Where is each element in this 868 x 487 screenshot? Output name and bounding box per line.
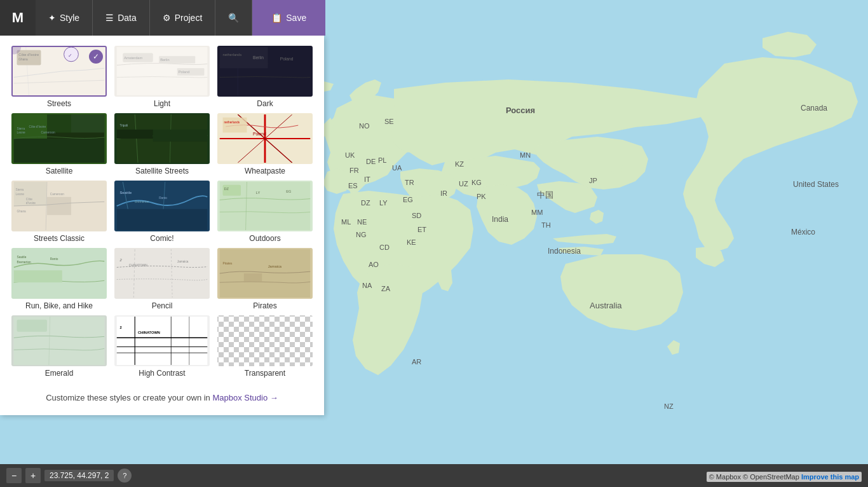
style-thumb-light[interactable]: Amsterdam Berlin Poland bbox=[114, 46, 210, 97]
svg-rect-64 bbox=[14, 270, 62, 282]
style-item-comic[interactable]: Seattle Bremerton Rento Comic! bbox=[113, 181, 211, 243]
svg-rect-77 bbox=[117, 317, 208, 365]
svg-text:Jamaica: Jamaica bbox=[268, 264, 282, 268]
style-item-transparent[interactable]: Transparent bbox=[216, 315, 314, 378]
svg-text:Ghana: Ghana bbox=[17, 210, 27, 213]
style-label-satellite: Satellite bbox=[46, 167, 73, 175]
svg-rect-42 bbox=[47, 197, 71, 216]
style-item-dark[interactable]: netherlands Berlin Poland Dark bbox=[216, 46, 314, 108]
svg-text:Côte: Côte bbox=[26, 198, 32, 201]
style-tab-label: Style bbox=[60, 13, 79, 23]
data-tab-label: Data bbox=[118, 13, 137, 23]
svg-text:netherlands: netherlands bbox=[224, 121, 240, 124]
svg-text:Bremerton: Bremerton bbox=[17, 261, 32, 264]
style-label-streets-classic: Streets Classic bbox=[34, 234, 85, 243]
improve-map-link[interactable]: Improve this map bbox=[801, 473, 859, 481]
style-thumb-transparent[interactable] bbox=[217, 315, 313, 366]
svg-rect-35 bbox=[153, 130, 208, 142]
style-item-outdoors[interactable]: DZ LY EG Outdoors bbox=[216, 181, 314, 243]
style-item-satellite[interactable]: Sierra Leone Côte d'Ivoire Cameroon Sate… bbox=[10, 113, 108, 175]
svg-text:Seattle: Seattle bbox=[120, 191, 132, 195]
svg-text:Poland: Poland bbox=[179, 70, 190, 74]
svg-text:Poland: Poland bbox=[253, 132, 266, 136]
style-thumb-comic[interactable]: Seattle Bremerton Rento bbox=[114, 181, 210, 231]
style-item-pirates[interactable]: Jamaica Pirates Pirates bbox=[216, 248, 314, 310]
coordinates-display: 23.725, 44.297, 2 bbox=[44, 470, 114, 481]
customize-footer: Customize these styles or create your ow… bbox=[10, 388, 314, 405]
style-label-dark: Dark bbox=[257, 99, 273, 108]
svg-rect-25 bbox=[71, 114, 104, 133]
style-item-wheatpaste[interactable]: netherlands Poland Wheatpaste bbox=[216, 113, 314, 175]
style-item-light[interactable]: Amsterdam Berlin Poland Light bbox=[113, 46, 211, 108]
style-label-satellite-streets: Satellite Streets bbox=[135, 167, 189, 175]
mapbox-studio-link[interactable]: Mapbox Studio → bbox=[212, 393, 278, 402]
style-label-streets: Streets bbox=[47, 99, 71, 108]
style-thumb-pencil[interactable]: 2 CHINATOWN Jamaica bbox=[114, 248, 210, 299]
customize-text: Customize these styles or create your ow… bbox=[46, 393, 210, 402]
svg-text:2: 2 bbox=[120, 326, 122, 329]
selected-checkmark: ✓ bbox=[89, 50, 103, 64]
svg-text:Leone: Leone bbox=[16, 193, 25, 196]
save-button[interactable]: 📋 Save bbox=[252, 0, 325, 36]
svg-text:✓: ✓ bbox=[68, 53, 72, 58]
style-label-transparent: Transparent bbox=[245, 369, 285, 378]
data-tab[interactable]: ☰ Data bbox=[93, 0, 150, 36]
svg-text:Berlin: Berlin bbox=[253, 55, 264, 60]
style-thumb-wheatpaste[interactable]: netherlands Poland bbox=[217, 113, 313, 164]
svg-rect-37 bbox=[223, 118, 247, 133]
style-label-run-bike-hike: Run, Bike, and Hike bbox=[25, 301, 93, 310]
svg-text:Berlin: Berlin bbox=[160, 58, 170, 62]
svg-text:Rento: Rento bbox=[50, 257, 58, 261]
style-panel: ✓ Côte d'Ivoire Ghana ✓ Streets bbox=[0, 36, 324, 415]
logo-button[interactable]: M bbox=[0, 0, 36, 36]
svg-text:Rento: Rento bbox=[159, 196, 167, 200]
style-item-high-contrast[interactable]: 2 CHINATOWN High Contrast bbox=[113, 315, 211, 378]
style-thumb-satellite[interactable]: Sierra Leone Côte d'Ivoire Cameroon bbox=[11, 113, 107, 164]
svg-text:Amsterdam: Amsterdam bbox=[124, 56, 142, 60]
style-item-emerald[interactable]: Emerald bbox=[10, 315, 108, 378]
style-item-streets[interactable]: ✓ Côte d'Ivoire Ghana ✓ Streets bbox=[10, 46, 108, 108]
style-icon: ✦ bbox=[48, 13, 56, 23]
style-item-run-bike-hike[interactable]: Seattle Bremerton Rento Run, Bike, and H… bbox=[10, 248, 108, 310]
style-thumb-satellite-streets[interactable]: Tripoli bbox=[114, 113, 210, 164]
style-item-streets-classic[interactable]: Sierra Leone Côte d'Ivoire Cameroon Ghan… bbox=[10, 181, 108, 243]
svg-rect-70 bbox=[220, 249, 311, 298]
style-item-pencil[interactable]: 2 CHINATOWN Jamaica Pencil bbox=[113, 248, 211, 310]
style-thumb-high-contrast[interactable]: 2 CHINATOWN bbox=[114, 315, 210, 366]
style-label-high-contrast: High Contrast bbox=[139, 369, 185, 378]
svg-text:Côte d'Ivoire: Côte d'Ivoire bbox=[18, 53, 39, 57]
project-tab[interactable]: ⚙ Project bbox=[150, 0, 216, 36]
style-thumb-pirates[interactable]: Jamaica Pirates bbox=[217, 248, 313, 299]
style-thumb-run-bike-hike[interactable]: Seattle Bremerton Rento bbox=[11, 248, 107, 299]
style-thumb-streets-classic[interactable]: Sierra Leone Côte d'Ivoire Cameroon Ghan… bbox=[11, 181, 107, 231]
help-button[interactable]: ? bbox=[118, 469, 132, 483]
style-thumb-outdoors[interactable]: DZ LY EG bbox=[217, 181, 313, 231]
svg-rect-53 bbox=[117, 209, 208, 230]
svg-rect-34 bbox=[117, 130, 153, 139]
style-tab[interactable]: ✦ Style bbox=[36, 0, 93, 36]
search-icon: 🔍 bbox=[228, 13, 239, 23]
style-label-light: Light bbox=[154, 99, 170, 108]
svg-text:Bremerton: Bremerton bbox=[135, 200, 149, 203]
project-icon: ⚙ bbox=[163, 13, 171, 23]
svg-text:Sierra: Sierra bbox=[16, 188, 24, 191]
map-attribution: © Mapbox © OpenStreetMap Improve this ma… bbox=[707, 472, 862, 482]
style-thumb-streets[interactable]: ✓ Côte d'Ivoire Ghana ✓ bbox=[11, 46, 107, 97]
svg-rect-76 bbox=[17, 320, 48, 332]
zoom-in-button[interactable]: + bbox=[25, 468, 41, 483]
svg-text:CHINATOWN: CHINATOWN bbox=[138, 331, 160, 334]
zoom-out-button[interactable]: − bbox=[6, 468, 22, 483]
svg-rect-24 bbox=[47, 114, 71, 133]
svg-text:Jamaica: Jamaica bbox=[177, 260, 189, 263]
style-grid: ✓ Côte d'Ivoire Ghana ✓ Streets bbox=[10, 46, 314, 378]
svg-rect-65 bbox=[117, 249, 208, 298]
svg-text:Pirates: Pirates bbox=[223, 262, 233, 265]
style-thumb-dark[interactable]: netherlands Berlin Poland bbox=[217, 46, 313, 97]
svg-text:Sierra: Sierra bbox=[17, 127, 25, 130]
svg-rect-73 bbox=[244, 273, 262, 282]
style-label-outdoors: Outdoors bbox=[249, 234, 280, 243]
style-thumb-emerald[interactable] bbox=[11, 315, 107, 366]
style-item-satellite-streets[interactable]: Tripoli Satellite Streets bbox=[113, 113, 211, 175]
search-button[interactable]: 🔍 bbox=[215, 0, 252, 36]
data-icon: ☰ bbox=[105, 13, 114, 23]
